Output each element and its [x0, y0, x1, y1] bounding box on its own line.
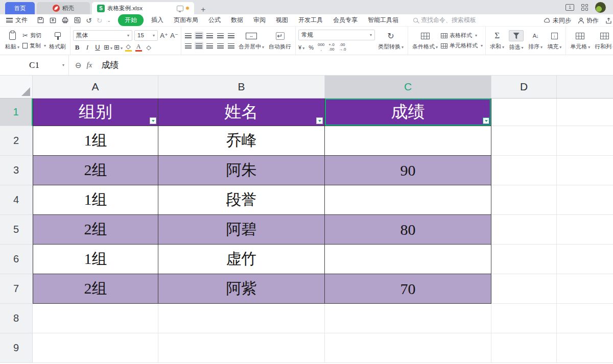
align-center-button[interactable]	[195, 42, 203, 50]
export-icon[interactable]	[49, 16, 57, 24]
justify-button[interactable]	[216, 42, 225, 50]
filter-dropdown-C1[interactable]	[483, 117, 489, 124]
percent-button[interactable]: %	[309, 44, 314, 51]
print-icon[interactable]	[61, 16, 69, 24]
menu-tab-review[interactable]: 审阅	[251, 15, 268, 26]
cells-button[interactable]: 单元格▾	[569, 31, 592, 51]
column-header-A[interactable]: A	[33, 76, 158, 98]
cell-C6[interactable]	[325, 245, 491, 274]
cell-C3[interactable]: 90	[325, 156, 491, 185]
shrink-font-button[interactable]: A⁻	[170, 32, 178, 39]
distribute-button[interactable]	[227, 42, 235, 50]
sync-status[interactable]: 未同步	[544, 16, 571, 25]
cell-D1[interactable]	[491, 99, 557, 126]
user-avatar[interactable]	[595, 2, 606, 13]
underline-button[interactable]: U	[93, 43, 102, 51]
cell-B2[interactable]: 乔峰	[158, 126, 325, 156]
column-header-C[interactable]: C	[325, 76, 491, 98]
cell-A3[interactable]: 2组	[33, 156, 158, 185]
cell-D8[interactable]	[491, 304, 557, 333]
cell-C7[interactable]: 70	[325, 274, 491, 304]
cell-B1[interactable]: 姓名	[158, 99, 325, 126]
file-menu[interactable]: 文件	[4, 16, 30, 25]
filter-button[interactable]: 筛选▾	[507, 30, 525, 51]
italic-button[interactable]: I	[83, 43, 91, 52]
menu-tab-smart-toolbox[interactable]: 智能工具箱	[365, 15, 401, 26]
cell-E1[interactable]	[557, 99, 613, 126]
menu-tab-dev-tools[interactable]: 开发工具	[296, 15, 325, 26]
cell-D9[interactable]	[491, 333, 557, 363]
fill-button[interactable]: ↓ 填充▾	[546, 31, 563, 51]
cell-B9[interactable]	[158, 333, 325, 363]
grow-font-button[interactable]: A⁺	[160, 32, 168, 39]
row-header-2[interactable]: 2	[0, 126, 33, 156]
cell-B3[interactable]: 阿朱	[158, 156, 325, 185]
row-header-3[interactable]: 3	[0, 156, 33, 185]
cell-E5[interactable]	[557, 215, 613, 245]
row-header-9[interactable]: 9	[0, 333, 33, 363]
quick-toolbar-caret-icon[interactable]: ⌄	[107, 18, 111, 23]
cell-E6[interactable]	[557, 245, 613, 274]
window-switch-icon[interactable]: 1	[565, 4, 574, 11]
monitor-icon[interactable]	[177, 6, 183, 11]
align-middle-button[interactable]	[195, 32, 203, 39]
row-header-5[interactable]: 5	[0, 215, 33, 245]
command-search[interactable]: 查找命令、搜索模板	[413, 16, 476, 25]
cell-C5[interactable]: 80	[325, 215, 491, 245]
cell-D2[interactable]	[491, 126, 557, 156]
increase-decimal-button[interactable]: +.0.00	[328, 43, 334, 52]
cell-A7[interactable]: 2组	[33, 274, 158, 304]
align-left-button[interactable]	[184, 42, 193, 50]
column-header-B[interactable]: B	[158, 76, 325, 98]
menu-tab-member[interactable]: 会员专享	[331, 15, 360, 26]
cell-A9[interactable]	[33, 333, 158, 363]
search-minus-icon[interactable]: ⊖	[75, 61, 82, 70]
table-style-button[interactable]: 表格样式▾	[441, 32, 483, 39]
redo-icon[interactable]: ↻	[97, 17, 103, 24]
row-header-8[interactable]: 8	[0, 304, 33, 333]
menu-tab-insert[interactable]: 插入	[149, 15, 166, 26]
cell-E8[interactable]	[557, 304, 613, 333]
font-size-select[interactable]: 15▾	[134, 30, 158, 41]
align-bottom-button[interactable]	[205, 32, 214, 39]
thousands-button[interactable]: 000,	[318, 43, 324, 52]
tab-docer[interactable]: 稻壳	[37, 2, 90, 14]
formula-input[interactable]: 成绩	[101, 59, 119, 71]
copy-button[interactable]: 复制▾	[22, 42, 46, 50]
paste-button[interactable]: 粘贴▾	[4, 31, 21, 51]
cell-B4[interactable]: 段誉	[158, 185, 325, 215]
select-all-corner[interactable]	[0, 76, 33, 98]
cell-A1[interactable]: 组别	[33, 99, 158, 126]
share-button[interactable]: 分享	[605, 16, 613, 25]
menu-tab-formulas[interactable]: 公式	[206, 15, 223, 26]
cell-D5[interactable]	[491, 215, 557, 245]
cell-D6[interactable]	[491, 245, 557, 274]
draw-border-button[interactable]: ⊞▾	[114, 43, 122, 51]
cell-B5[interactable]: 阿碧	[158, 215, 325, 245]
apps-grid-icon[interactable]	[581, 4, 588, 11]
rows-cols-button[interactable]: 行和列▾	[593, 31, 613, 51]
cell-A6[interactable]: 1组	[33, 245, 158, 274]
cell-B8[interactable]	[158, 304, 325, 333]
cell-C8[interactable]	[325, 304, 491, 333]
cell-B6[interactable]: 虚竹	[158, 245, 325, 274]
cell-C9[interactable]	[325, 333, 491, 363]
conditional-format-button[interactable]: 条件格式▾	[411, 31, 439, 51]
tab-home[interactable]: 首页	[5, 2, 35, 14]
font-name-select[interactable]: 黑体▾	[73, 30, 132, 41]
wrap-text-button[interactable]: ↵ 自动换行	[267, 31, 293, 51]
align-right-button[interactable]	[205, 42, 214, 50]
cell-E4[interactable]	[557, 185, 613, 215]
cell-C2[interactable]	[325, 126, 491, 156]
cell-D3[interactable]	[491, 156, 557, 185]
font-color-button[interactable]: A	[134, 43, 143, 52]
cell-A2[interactable]: 1组	[33, 126, 158, 156]
align-top-button[interactable]	[184, 32, 193, 39]
cell-style-button[interactable]: 单元格样式▾	[441, 42, 483, 50]
sort-button[interactable]: A↓ 排序▾	[527, 31, 544, 51]
filter-dropdown-B1[interactable]	[316, 117, 323, 124]
currency-button[interactable]: ¥▾	[298, 44, 304, 51]
fx-icon[interactable]: fx	[87, 61, 92, 69]
bold-button[interactable]: B	[73, 43, 81, 52]
number-format-select[interactable]: 常规▾	[298, 30, 375, 40]
